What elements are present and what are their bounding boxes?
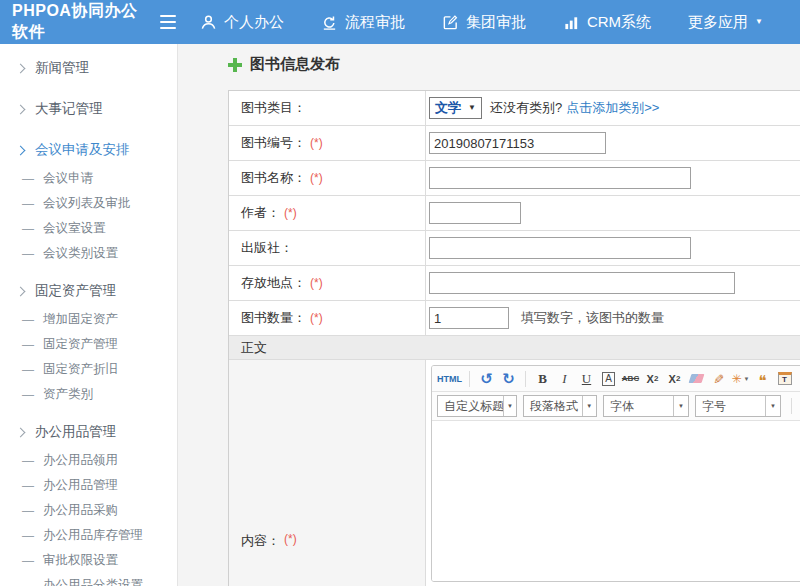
caret-down-icon: ▼: [744, 376, 750, 382]
book-code-input[interactable]: [429, 132, 606, 154]
nav-more-apps[interactable]: 更多应用 ▼: [688, 13, 763, 32]
font-family-select[interactable]: 字体 ▼: [603, 395, 689, 417]
location-label: 存放地点： (*): [229, 266, 426, 300]
sidebar-item-supplies-inventory[interactable]: —办公用品库存管理: [0, 523, 177, 548]
required-mark: (*): [310, 276, 323, 290]
chevron-right-icon: [16, 145, 26, 155]
required-mark: (*): [310, 311, 323, 325]
paragraph-format-select[interactable]: 段落格式 ▼: [523, 395, 597, 417]
subscript-button[interactable]: X2: [665, 369, 684, 389]
highlight-color-button[interactable]: ✳▼: [731, 369, 750, 389]
sidebar-item-label: 审批权限设置: [43, 552, 118, 569]
sidebar-item-meeting-list[interactable]: —会议列表及审批: [0, 191, 177, 216]
rich-text-editor: HTML ↺ ↻ B I U A ABC X2 X2 ✎: [431, 365, 800, 582]
caret-down-icon: ▼: [503, 396, 516, 416]
sidebar-item-label: 固定资产管理: [35, 282, 116, 300]
sidebar-item-supplies-mgmt[interactable]: —办公用品管理: [0, 473, 177, 498]
caret-down-icon: ▼: [582, 396, 596, 416]
caret-down-icon: ▼: [765, 396, 780, 416]
crm-chart-icon: [563, 14, 580, 31]
sidebar-item-events-mgmt[interactable]: 大事记管理: [0, 93, 177, 125]
sidebar-item-add-asset[interactable]: —增加固定资产: [0, 307, 177, 332]
custom-heading-select[interactable]: 自定义标题 ▼: [437, 395, 517, 417]
sidebar-item-label: 会议申请: [43, 170, 93, 187]
sidebar-item-label: 固定资产折旧: [43, 361, 118, 378]
underline-button[interactable]: U: [577, 369, 596, 389]
strikethrough-button[interactable]: ABC: [621, 369, 640, 389]
dash-icon: —: [22, 479, 34, 493]
required-mark: (*): [310, 136, 323, 150]
sidebar-item-news-mgmt[interactable]: 新闻管理: [0, 52, 177, 84]
sidebar-item-label: 办公用品管理: [43, 477, 118, 494]
sidebar-item-meeting-request[interactable]: 会议申请及安排: [0, 134, 177, 166]
html-source-button[interactable]: HTML: [437, 369, 462, 389]
nav-personal-office[interactable]: 个人办公: [200, 13, 284, 32]
sidebar-item-asset-depreciation[interactable]: —固定资产折旧: [0, 357, 177, 382]
author-input[interactable]: [429, 202, 521, 224]
sidebar-item-asset-category[interactable]: —资产类别: [0, 382, 177, 407]
page-title-text: 图书信息发布: [250, 55, 340, 74]
nav-label: 集团审批: [466, 13, 526, 32]
quantity-hint: 填写数字，该图书的数量: [521, 309, 664, 327]
chevron-right-icon: [16, 427, 26, 437]
add-category-link[interactable]: 点击添加类别>>: [566, 99, 659, 117]
quantity-input[interactable]: [429, 307, 509, 329]
form-row-location: 存放地点： (*): [229, 266, 800, 301]
sidebar-item-asset-mgmt[interactable]: —固定资产管理: [0, 332, 177, 357]
add-icon: [228, 58, 242, 72]
author-label: 作者： (*): [229, 196, 426, 230]
form-row-content: 内容： (*) HTML ↺ ↻ B I U A ABC: [229, 360, 800, 586]
format-brush-button[interactable]: ✎: [709, 369, 729, 388]
sidebar-item-meeting-apply[interactable]: —会议申请: [0, 166, 177, 191]
main-content: 图书信息发布 图书类目： 文学 ▼ 还没有类别? 点击添加类别>> 图书编号： …: [178, 44, 800, 586]
name-label: 图书名称： (*): [229, 161, 426, 195]
user-icon: [200, 14, 217, 31]
sidebar-item-supplies-classification[interactable]: —办公用品分类设置: [0, 573, 177, 586]
undo-icon[interactable]: ↺: [477, 369, 496, 389]
eraser-button[interactable]: [687, 369, 706, 389]
dash-icon: —: [22, 454, 34, 468]
dash-icon: —: [22, 388, 34, 402]
toolbar-separator: [791, 398, 792, 414]
menu-toggle-icon[interactable]: [160, 11, 175, 33]
sidebar-item-supplies-use[interactable]: —办公用品领用: [0, 448, 177, 473]
paste-text-button[interactable]: T: [775, 369, 794, 389]
sidebar-item-meeting-room[interactable]: —会议室设置: [0, 216, 177, 241]
caret-down-icon: ▼: [673, 396, 688, 416]
form-row-category: 图书类目： 文学 ▼ 还没有类别? 点击添加类别>>: [229, 91, 800, 126]
eraser-icon: [689, 374, 705, 383]
topbar-nav: 个人办公 流程审批 集团审批: [200, 13, 800, 32]
nav-crm-system[interactable]: CRM系统: [563, 13, 651, 32]
redo-icon[interactable]: ↻: [499, 369, 518, 389]
nav-process-approval[interactable]: 流程审批: [321, 13, 405, 32]
publisher-input[interactable]: [429, 237, 691, 259]
font-size-select[interactable]: 字号 ▼: [695, 395, 781, 417]
sidebar-item-office-supplies[interactable]: 办公用品管理: [0, 416, 177, 448]
blockquote-button[interactable]: ❝: [753, 369, 772, 389]
sidebar-item-meeting-category[interactable]: —会议类别设置: [0, 241, 177, 266]
bold-button[interactable]: B: [533, 369, 552, 389]
book-publish-form: 图书类目： 文学 ▼ 还没有类别? 点击添加类别>> 图书编号： (*): [228, 90, 800, 586]
form-row-quantity: 图书数量： (*) 填写数字，该图书的数量: [229, 301, 800, 336]
app-logo: PHPOA协同办公软件: [0, 1, 146, 43]
dash-icon: —: [22, 338, 34, 352]
dash-icon: —: [22, 363, 34, 377]
sidebar-item-label: 会议类别设置: [43, 245, 118, 262]
category-label: 图书类目：: [229, 91, 426, 125]
nav-label: 更多应用: [688, 13, 748, 32]
dash-icon: —: [22, 504, 34, 518]
italic-button[interactable]: I: [555, 369, 574, 389]
nav-group-approval[interactable]: 集团审批: [442, 13, 526, 32]
sidebar-item-fixed-assets[interactable]: 固定资产管理: [0, 275, 177, 307]
superscript-button[interactable]: X2: [643, 369, 662, 389]
category-select[interactable]: 文学 ▼: [429, 97, 482, 119]
location-input[interactable]: [429, 272, 735, 294]
boxed-text-button[interactable]: A: [599, 369, 618, 389]
editor-toolbar-row1: HTML ↺ ↻ B I U A ABC X2 X2 ✎: [432, 366, 800, 392]
chevron-right-icon: [16, 104, 26, 114]
sidebar-item-label: 增加固定资产: [43, 311, 118, 328]
book-name-input[interactable]: [429, 167, 691, 189]
sidebar-item-supplies-purchase[interactable]: —办公用品采购: [0, 498, 177, 523]
editor-content-area[interactable]: [432, 421, 800, 581]
sidebar-item-approval-permission[interactable]: —审批权限设置: [0, 548, 177, 573]
